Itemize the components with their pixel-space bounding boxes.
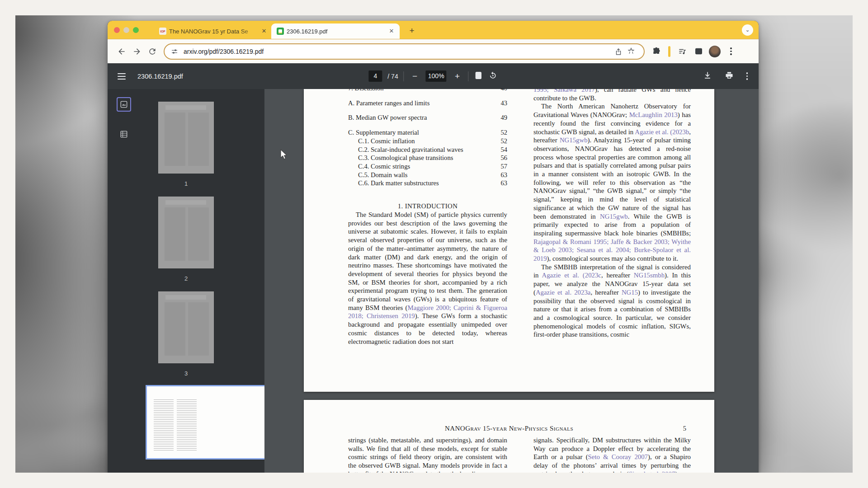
share-button[interactable] <box>612 45 625 58</box>
toc-entry-page: 56 <box>500 154 507 162</box>
citation-link[interactable]: NG15smbh <box>634 272 665 279</box>
thumbnail-page-label: 3 <box>158 370 214 377</box>
page-thumbnail[interactable] <box>158 197 214 268</box>
tab-nanograv-article[interactable]: IOP The NANOGrav 15 yr Data Se ✕ <box>154 23 272 39</box>
pdf-toolbar-right <box>703 63 748 89</box>
pdf-page-5: NANOGrav 15-year New-Physics Signals 5 s… <box>304 400 714 473</box>
body-text: strings (stable, metastable, and superst… <box>348 436 507 473</box>
tab-title: 2306.16219.pdf <box>287 28 385 35</box>
page-number-input[interactable]: 4 <box>368 70 382 82</box>
citation-link[interactable]: NG15 <box>622 289 638 296</box>
browser-menu-button[interactable] <box>724 44 738 59</box>
media-controls-button[interactable] <box>675 44 689 59</box>
print-icon <box>725 71 734 80</box>
pdf-sidebar: 1234 <box>108 89 264 473</box>
close-window-button[interactable] <box>114 27 120 33</box>
pdf-viewer-body: 1234 7. Discussion40A. Parameter ranges … <box>108 89 759 473</box>
forward-button[interactable] <box>129 44 145 59</box>
tab-close-icon[interactable]: ✕ <box>388 28 395 35</box>
citation-link[interactable]: Agazie et al. 2023a <box>536 289 590 296</box>
page-count-label: / 74 <box>387 73 398 80</box>
citation-link[interactable]: Agazie et al. (2023c <box>542 272 601 279</box>
minimize-window-button[interactable] <box>123 27 129 33</box>
toc-entry-page: 57 <box>500 162 507 171</box>
tab-close-icon[interactable]: ✕ <box>260 28 268 35</box>
profile-button[interactable] <box>708 44 722 59</box>
tab-search-chevron-icon[interactable]: ⌄ <box>742 24 753 36</box>
url-input[interactable]: arxiv.org/pdf/2306.16219.pdf <box>184 48 612 55</box>
back-button[interactable] <box>114 44 129 59</box>
toc-row[interactable]: C.3. Cosmological phase transitions56 <box>348 154 507 162</box>
thumbnail-page-label: 2 <box>158 275 214 282</box>
citation-link[interactable]: Seto & Cooray 2007 <box>588 453 648 460</box>
page4-right-column: 1995; Saikawa 2017), can radiate GWs and… <box>533 89 691 339</box>
page-thumbnail[interactable] <box>158 102 214 174</box>
bookmark-star-button[interactable] <box>625 45 637 58</box>
toc-row[interactable]: C. Supplementary material52 <box>348 128 507 137</box>
page-thumbnail-item: 1 <box>158 102 214 187</box>
paragraph: The Standard Model (SM) of particle phys… <box>348 211 507 346</box>
download-button[interactable] <box>703 71 712 82</box>
paragraph: 1995; Saikawa 2017), can radiate GWs and… <box>533 89 691 102</box>
body-text: The Standard Model (SM) of particle phys… <box>348 211 507 311</box>
fit-page-icon <box>474 71 483 80</box>
tab-pdf-active[interactable]: 2306.16219.pdf ✕ <box>271 23 400 39</box>
toc-row[interactable]: C.6. Dark matter substructures63 <box>348 179 507 188</box>
zoom-window-button[interactable] <box>133 27 139 33</box>
zoom-in-button[interactable]: + <box>452 71 463 81</box>
toc-row[interactable]: C.5. Domain walls63 <box>348 171 507 179</box>
citation-link[interactable]: NG15gwb <box>600 213 628 220</box>
site-settings-icon[interactable] <box>171 48 178 55</box>
pdf-menu-button[interactable] <box>118 73 126 80</box>
zoom-out-button[interactable]: − <box>410 71 420 81</box>
reload-button[interactable] <box>145 44 160 59</box>
paragraph: The SMBHB interpretation of the signal i… <box>533 263 691 339</box>
toc-row[interactable]: C.1. Cosmic inflation52 <box>348 137 507 145</box>
page-number: 5 <box>683 425 686 432</box>
print-button[interactable] <box>725 71 734 82</box>
side-panel-button[interactable] <box>691 44 706 59</box>
toc-entry-label: C.1. Cosmic inflation <box>348 137 415 145</box>
new-tab-button[interactable]: + <box>406 25 418 37</box>
page-thumbnail-item: 4 <box>184 386 188 400</box>
desktop-background: IOP The NANOGrav 15 yr Data Se ✕ 2306.16… <box>15 15 853 473</box>
toc-entry-page: 63 <box>500 179 507 188</box>
extensions-button[interactable] <box>649 44 664 59</box>
pdf-page-controls: 4 / 74 − 100% + <box>368 63 497 89</box>
rotate-icon <box>489 71 498 80</box>
toc-entry-label: 7. Discussion <box>348 89 384 93</box>
zoom-level-input[interactable]: 100% <box>426 70 447 82</box>
rotate-button[interactable] <box>489 71 498 81</box>
body-text: ) to investigate the possibility that th… <box>533 289 691 338</box>
download-icon <box>703 71 712 80</box>
citation-link[interactable]: McLaughlin 2013 <box>629 111 678 118</box>
browser-window: IOP The NANOGrav 15 yr Data Se ✕ 2306.16… <box>108 21 759 473</box>
citation-link[interactable]: NG15gwb <box>560 136 588 144</box>
toc-entry-label: B. Median GW power spectra <box>348 113 427 122</box>
toolbar-right-icons <box>649 44 738 59</box>
toc-entry-page: 52 <box>500 137 507 145</box>
toc-entry-page: 54 <box>500 145 507 154</box>
toc-entry-label: C.6. Dark matter substructures <box>348 179 439 188</box>
profile-avatar <box>709 46 721 57</box>
divider <box>468 71 469 81</box>
citation-link[interactable]: Siegel et al. 2007 <box>629 470 675 473</box>
share-icon <box>614 47 623 56</box>
page-thumbnail[interactable] <box>158 291 214 363</box>
toc-row[interactable]: C.4. Cosmic strings57 <box>348 162 507 171</box>
pdf-toolbar: 2306.16219.pdf 4 / 74 − 100% + <box>108 63 759 89</box>
toc-entry-label: C. Supplementary material <box>348 128 419 137</box>
divider <box>404 71 404 81</box>
url-bar[interactable]: arxiv.org/pdf/2306.16219.pdf <box>164 43 645 60</box>
citation-link[interactable]: Agazie et al. (2023b <box>635 128 689 136</box>
thumbnail-list: 1234 <box>108 102 264 409</box>
toc-row[interactable]: A. Parameter ranges and limits43 <box>348 99 507 108</box>
citation-link[interactable]: 1995; Saikawa 2017 <box>533 89 595 93</box>
pdf-more-options-button[interactable] <box>746 72 748 80</box>
toc-row[interactable]: 7. Discussion40 <box>348 89 507 93</box>
toc-row[interactable]: C.2. Scalar-induced gravitational waves5… <box>348 145 507 154</box>
page-thumbnail-item: 2 <box>158 197 214 282</box>
toc-entry-page: 40 <box>500 89 507 93</box>
toc-row[interactable]: B. Median GW power spectra49 <box>348 113 507 122</box>
fit-page-button[interactable] <box>474 71 483 81</box>
